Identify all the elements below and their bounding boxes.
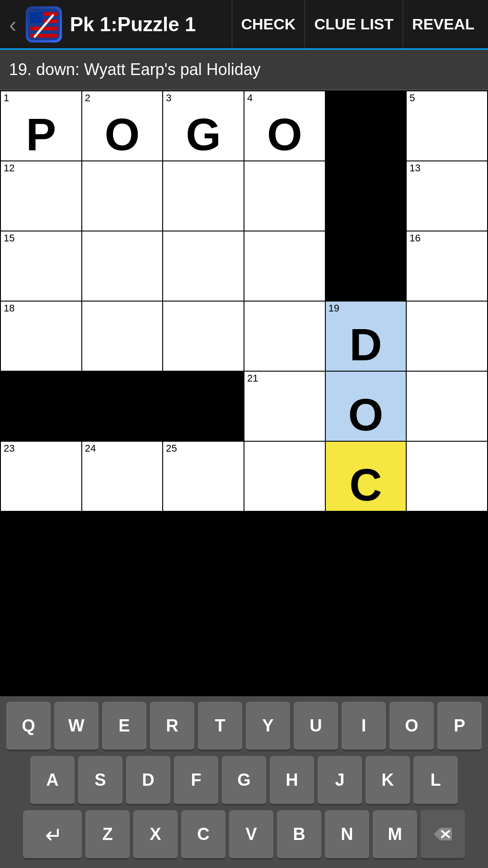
key-i[interactable]: I bbox=[342, 702, 386, 751]
keyboard: QWERTYUIOPASDFGHJKLZXCVBNM bbox=[0, 696, 488, 868]
grid-cell[interactable]: 18 bbox=[0, 301, 82, 371]
key-v[interactable]: V bbox=[229, 810, 273, 860]
grid-cell[interactable]: 23 bbox=[0, 441, 82, 511]
grid-cell[interactable]: 3G bbox=[163, 91, 244, 161]
key-w[interactable]: W bbox=[54, 702, 99, 751]
grid-cell[interactable]: 2O bbox=[82, 91, 163, 161]
grid-cell[interactable] bbox=[0, 371, 82, 441]
cell-number: 12 bbox=[4, 163, 14, 173]
key-l[interactable]: L bbox=[413, 756, 458, 806]
key-e[interactable]: E bbox=[102, 702, 146, 751]
cell-letter: O bbox=[326, 372, 406, 441]
cell-number: 1 bbox=[4, 93, 9, 103]
grid-cell[interactable] bbox=[82, 231, 163, 301]
grid-cell[interactable] bbox=[82, 371, 163, 441]
grid-cell[interactable]: 15 bbox=[0, 231, 82, 301]
cell-number: 3 bbox=[166, 93, 171, 103]
grid-cell[interactable] bbox=[163, 231, 244, 301]
clue-list-button[interactable]: CLUE LIST bbox=[305, 0, 403, 48]
cell-number: 25 bbox=[166, 443, 177, 453]
grid-cell[interactable] bbox=[325, 91, 407, 161]
key-j[interactable]: J bbox=[318, 756, 362, 806]
grid-cell[interactable] bbox=[82, 301, 163, 371]
table-row: 1516 bbox=[0, 231, 488, 301]
key-g[interactable]: G bbox=[222, 756, 266, 806]
cell-letter: P bbox=[1, 91, 81, 160]
grid-cell[interactable] bbox=[406, 301, 488, 371]
grid-cell[interactable]: 5 bbox=[406, 91, 488, 161]
keyboard-row: QWERTYUIOP bbox=[4, 702, 484, 751]
grid-cell[interactable] bbox=[244, 441, 325, 511]
table-row: 21O bbox=[0, 371, 488, 441]
grid-cell[interactable] bbox=[163, 371, 244, 441]
key-h[interactable]: H bbox=[270, 756, 314, 806]
grid-cell[interactable]: 25 bbox=[163, 441, 244, 511]
grid-cell[interactable] bbox=[244, 161, 325, 231]
cell-letter: C bbox=[326, 442, 406, 511]
grid-cell[interactable]: 1P bbox=[0, 91, 82, 161]
grid-cell[interactable]: 4O bbox=[244, 91, 325, 161]
key-d[interactable]: D bbox=[126, 756, 170, 806]
key-p[interactable]: P bbox=[437, 702, 482, 751]
app-icon bbox=[26, 6, 62, 42]
enter-key[interactable] bbox=[23, 810, 82, 860]
grid-cell[interactable] bbox=[163, 301, 244, 371]
grid-cell[interactable] bbox=[325, 231, 407, 301]
cell-number: 21 bbox=[247, 373, 258, 383]
key-o[interactable]: O bbox=[389, 702, 434, 751]
grid-cell[interactable]: 24 bbox=[82, 441, 163, 511]
key-z[interactable]: Z bbox=[85, 810, 130, 860]
key-r[interactable]: R bbox=[150, 702, 194, 751]
grid-cell[interactable] bbox=[82, 161, 163, 231]
grid-cell[interactable]: C bbox=[325, 441, 407, 511]
grid-cell[interactable]: 21 bbox=[244, 371, 325, 441]
grid-cell[interactable]: 19D bbox=[325, 301, 407, 371]
key-y[interactable]: Y bbox=[246, 702, 290, 751]
key-q[interactable]: Q bbox=[6, 702, 51, 751]
cell-letter: O bbox=[244, 91, 325, 160]
reveal-button[interactable]: REVEAL bbox=[403, 0, 483, 48]
backspace-key[interactable] bbox=[421, 810, 465, 860]
grid-cell[interactable]: 16 bbox=[406, 231, 488, 301]
header: ‹ Pk 1:Puzzle 1 CHECK CLUE LIST REVEAL bbox=[0, 0, 488, 50]
key-b[interactable]: B bbox=[277, 810, 321, 860]
grid-cell[interactable] bbox=[406, 371, 488, 441]
table-row: 1P2O3G4O5 bbox=[0, 91, 488, 161]
grid-cell[interactable]: 13 bbox=[406, 161, 488, 231]
cell-letter: O bbox=[82, 91, 163, 160]
cell-letter: G bbox=[163, 91, 244, 160]
back-button[interactable]: ‹ bbox=[5, 11, 21, 38]
svg-marker-7 bbox=[434, 828, 452, 840]
key-a[interactable]: A bbox=[30, 756, 75, 806]
cell-number: 15 bbox=[4, 233, 14, 243]
grid-cell[interactable]: 12 bbox=[0, 161, 82, 231]
cell-number: 24 bbox=[85, 443, 96, 453]
keyboard-row: ASDFGHJKL bbox=[4, 756, 484, 806]
cell-number: 19 bbox=[328, 303, 339, 313]
clue-bar: 19. down: Wyatt Earp's pal Holiday bbox=[0, 50, 488, 90]
cell-number: 2 bbox=[85, 93, 90, 103]
grid-cell[interactable]: O bbox=[325, 371, 407, 441]
cell-number: 13 bbox=[409, 163, 420, 173]
key-n[interactable]: N bbox=[325, 810, 369, 860]
table-row: 1213 bbox=[0, 161, 488, 231]
key-x[interactable]: X bbox=[133, 810, 178, 860]
cell-number: 4 bbox=[247, 93, 253, 103]
grid-cell[interactable] bbox=[244, 231, 325, 301]
crossword-grid[interactable]: 1P2O3G4O5121315161819D21O232425C bbox=[0, 90, 488, 601]
keyboard-row: ZXCVBNM bbox=[4, 810, 484, 860]
key-f[interactable]: F bbox=[174, 756, 218, 806]
cell-number: 5 bbox=[409, 93, 415, 103]
grid-cell[interactable] bbox=[163, 161, 244, 231]
grid-cell[interactable] bbox=[406, 441, 488, 511]
cell-number: 23 bbox=[4, 443, 14, 453]
check-button[interactable]: CHECK bbox=[232, 0, 305, 48]
key-u[interactable]: U bbox=[294, 702, 338, 751]
key-s[interactable]: S bbox=[78, 756, 122, 806]
key-k[interactable]: K bbox=[366, 756, 410, 806]
key-c[interactable]: C bbox=[181, 810, 225, 860]
key-t[interactable]: T bbox=[198, 702, 242, 751]
grid-cell[interactable] bbox=[244, 301, 325, 371]
key-m[interactable]: M bbox=[373, 810, 417, 860]
grid-cell[interactable] bbox=[325, 161, 407, 231]
